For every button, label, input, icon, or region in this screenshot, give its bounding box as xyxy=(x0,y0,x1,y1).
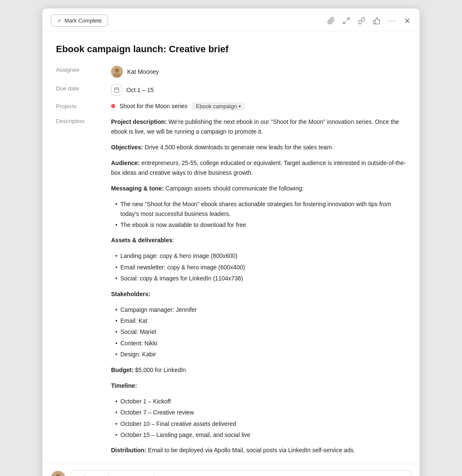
stakeholders-bullet-2: Email: Kat xyxy=(115,316,406,325)
assignee-label: Assignee xyxy=(56,66,111,73)
desc-audience-bold: Audience: xyxy=(111,160,140,166)
svg-rect-7 xyxy=(114,88,119,92)
description-section: Description Project description: We're p… xyxy=(56,117,406,456)
desc-project: Project description: We're publishing th… xyxy=(111,117,406,137)
project-dot xyxy=(111,104,115,108)
attachment-icon[interactable] xyxy=(327,17,335,25)
description-content: Project description: We're publishing th… xyxy=(111,117,406,456)
desc-timeline-bold: Timeline: xyxy=(111,382,137,389)
assignee-row: Assignee Kat Mooney xyxy=(56,66,406,78)
desc-distribution: Distribution: Email to be deployed via A… xyxy=(111,445,406,455)
desc-messaging-bold: Messaging & tone: xyxy=(111,185,164,192)
desc-budget: Budget: $5,000 for LinkedIn xyxy=(111,365,406,375)
stakeholders-list: Campaign manager: Jennifer Email: Kat So… xyxy=(111,305,406,359)
mark-complete-button[interactable]: ✓ Mark Complete xyxy=(51,14,108,27)
assets-bullet-2: Email newsletter: copy & hero image (600… xyxy=(115,263,406,272)
desc-audience-text: entrepreneurs, 25-55, college educated o… xyxy=(111,160,406,176)
projects-value: Shoot for the Moon series Ebook campaign… xyxy=(111,102,245,110)
desc-messaging: Messaging & tone: Campaign assets should… xyxy=(111,184,406,193)
due-date-value: Oct 1 – 15 xyxy=(111,84,154,95)
desc-objectives: Objectives: Drive 4,500 ebook downloads … xyxy=(111,143,406,152)
more-icon[interactable]: ··· xyxy=(388,16,396,25)
desc-assets: Assets & deliverables: xyxy=(111,235,406,245)
stakeholders-bullet-1: Campaign manager: Jennifer xyxy=(115,305,406,314)
messaging-bullet-2: The ebook is now available to download f… xyxy=(115,220,406,230)
comment-area xyxy=(51,470,411,476)
modal-body: Ebook campaign launch: Creative brief As… xyxy=(42,31,420,464)
share-icon[interactable] xyxy=(342,17,350,25)
messaging-bullet-1: The new "Shoot for the Moon" ebook share… xyxy=(115,199,406,218)
due-date-row: Due date Oct 1 – 15 xyxy=(56,84,406,95)
project-tag[interactable]: Ebook campaign ▾ xyxy=(192,102,245,110)
desc-timeline: Timeline: xyxy=(111,381,406,391)
desc-distribution-bold: Distribution: xyxy=(111,447,146,454)
modal-header: ✓ Mark Complete ··· xyxy=(42,8,420,31)
stakeholders-bullet-5: Design: Kabir xyxy=(115,350,406,359)
thumbsup-icon[interactable] xyxy=(373,17,381,25)
assignee-name: Kat Mooney xyxy=(127,68,159,75)
desc-objectives-bold: Objectives: xyxy=(111,144,143,151)
project-tag-label: Ebook campaign xyxy=(196,103,237,109)
timeline-bullet-3: October 10 – Final creative assets deliv… xyxy=(115,419,406,428)
timeline-list: October 1 – Kickoff October 7 – Creative… xyxy=(111,397,406,440)
avatar xyxy=(111,66,123,78)
avatar-svg xyxy=(111,66,123,78)
close-icon[interactable] xyxy=(404,17,411,25)
check-icon: ✓ xyxy=(57,17,62,24)
svg-line-1 xyxy=(343,21,345,23)
projects-row: Projects Shoot for the Moon series Ebook… xyxy=(56,102,406,110)
projects-label: Projects xyxy=(56,102,111,109)
desc-project-bold: Project description: xyxy=(111,118,167,125)
desc-budget-bold: Budget: xyxy=(111,367,134,373)
stakeholders-bullet-3: Social: Mariel xyxy=(115,327,406,336)
timeline-bullet-1: October 1 – Kickoff xyxy=(115,397,406,406)
desc-objectives-text: Drive 4,500 ebook downloads to generate … xyxy=(143,144,333,151)
assets-bullet-3: Social: copy & images for LinkedIn (1104… xyxy=(115,274,406,283)
desc-assets-bold: Assets & deliverables xyxy=(111,237,173,244)
task-modal: ✓ Mark Complete ··· Ebook campaign launc… xyxy=(42,8,420,476)
desc-audience: Audience: entrepreneurs, 25-55, college … xyxy=(111,158,406,178)
assets-list: Landing page: copy & hero image (800x600… xyxy=(111,251,406,283)
mark-complete-label: Mark Complete xyxy=(64,17,102,24)
modal-footer: Collaborators + Leave Task xyxy=(42,464,420,476)
project-name: Shoot for the Moon series xyxy=(120,103,187,109)
header-actions: ··· xyxy=(327,16,411,25)
comment-input-wrap[interactable] xyxy=(70,470,411,476)
desc-messaging-text: Campaign assets should communicate the f… xyxy=(164,185,303,192)
svg-line-0 xyxy=(347,18,349,20)
calendar-icon xyxy=(111,84,122,95)
chevron-down-icon: ▾ xyxy=(239,104,241,109)
desc-stakeholders: Stakeholders: xyxy=(111,289,406,299)
stakeholders-bullet-4: Content: Nikki xyxy=(115,339,406,348)
desc-stakeholders-bold: Stakeholders: xyxy=(111,291,150,297)
comment-user-avatar xyxy=(51,471,65,476)
timeline-bullet-2: October 7 – Creative review xyxy=(115,408,406,417)
assets-bullet-1: Landing page: copy & hero image (800x600… xyxy=(115,251,406,260)
timeline-bullet-4: October 15 – Landing page, email, and so… xyxy=(115,430,406,440)
svg-point-5 xyxy=(115,68,119,73)
link-icon[interactable] xyxy=(358,17,365,25)
desc-distribution-text: Email to be deployed via Apollo Mail, so… xyxy=(146,447,355,454)
due-date-text: Oct 1 – 15 xyxy=(126,87,154,93)
assignee-value: Kat Mooney xyxy=(111,66,159,78)
comment-avatar-svg xyxy=(51,471,65,476)
task-title: Ebook campaign launch: Creative brief xyxy=(56,43,406,56)
desc-budget-text: $5,000 for LinkedIn xyxy=(134,367,186,373)
messaging-list: The new "Shoot for the Moon" ebook share… xyxy=(111,199,406,230)
description-label: Description xyxy=(56,117,111,124)
due-date-label: Due date xyxy=(56,84,111,92)
desc-assets-colon: : xyxy=(173,237,174,244)
